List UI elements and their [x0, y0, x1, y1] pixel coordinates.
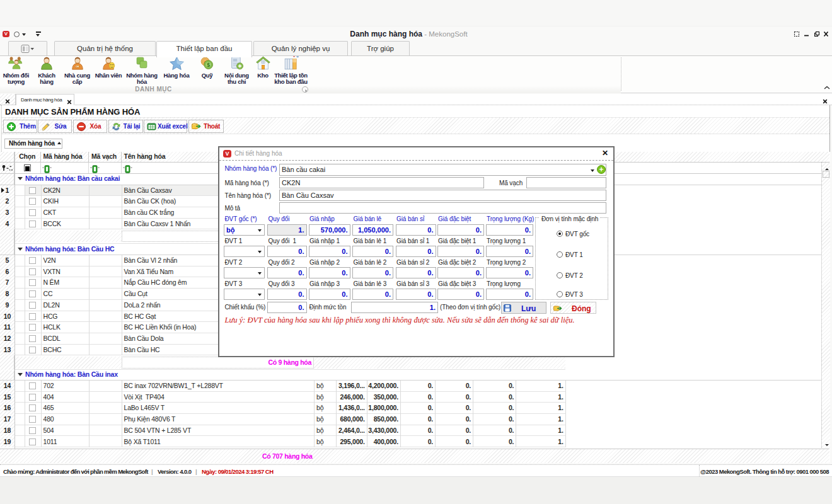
svg-text:OK: OK	[76, 65, 79, 68]
